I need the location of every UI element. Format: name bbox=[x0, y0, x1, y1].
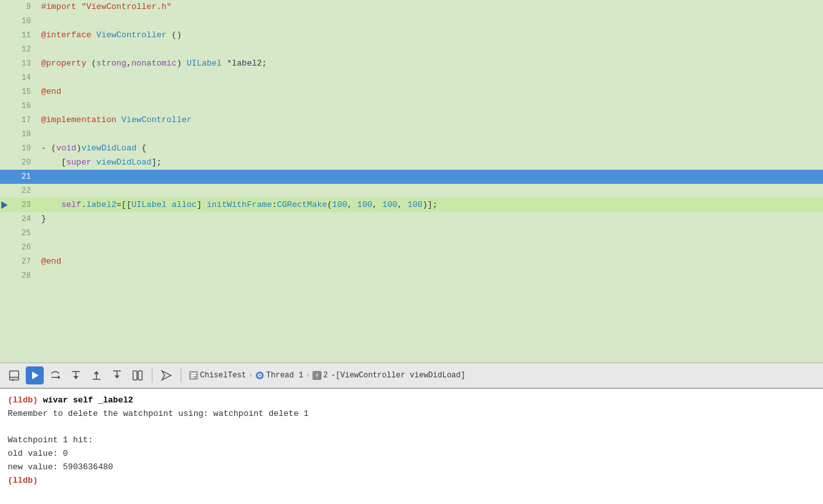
debug-toolbar: ChiselTest › Thread 1 › f 2 -[ViewContro… bbox=[0, 363, 823, 388]
code-line-24: 24 } bbox=[0, 212, 823, 226]
console-text-5: old value: 0 bbox=[8, 449, 68, 458]
code-line-23: 23 self.label2=[[UILabel alloc] initWith… bbox=[0, 198, 823, 212]
console-line-4: Watchpoint 1 hit: bbox=[8, 434, 815, 447]
continue-button[interactable] bbox=[26, 366, 44, 384]
line-number-13: 13 bbox=[10, 57, 36, 71]
code-line-10: 10 bbox=[0, 14, 823, 28]
line-number-11: 11 bbox=[10, 28, 36, 42]
line-number-22: 22 bbox=[10, 184, 36, 198]
svg-rect-15 bbox=[133, 371, 137, 380]
step-over-button[interactable] bbox=[46, 366, 64, 384]
toolbar-separator-1 bbox=[152, 368, 152, 382]
line-content-17: @implementation ViewController bbox=[36, 113, 823, 127]
breadcrumb-frame: f 2 -[ViewController viewDidLoad] bbox=[312, 371, 466, 380]
line-content-9: #import "ViewController.h" bbox=[36, 0, 823, 14]
line-number-15: 15 bbox=[10, 85, 36, 99]
svg-point-24 bbox=[259, 375, 261, 377]
line-number-18: 18 bbox=[10, 127, 36, 141]
breadcrumb-chevron-1: › bbox=[249, 372, 253, 379]
code-line-19: 19 - (void)viewDidLoad { bbox=[0, 141, 823, 156]
console-line-6: new value: 5903636480 bbox=[8, 461, 815, 474]
line-content-27: @end bbox=[36, 255, 823, 269]
line-content-24: } bbox=[36, 212, 823, 226]
line-number-20: 20 bbox=[10, 156, 36, 170]
console-area: (lldb) wivar self _label2 Remember to de… bbox=[0, 388, 823, 504]
line-content-20: [super viewDidLoad]; bbox=[36, 156, 823, 170]
view-frames-icon bbox=[132, 370, 143, 381]
breadcrumb-frame-num: 2 bbox=[323, 371, 328, 380]
line-number-28: 28 bbox=[10, 269, 36, 283]
hide-debug-area-button[interactable] bbox=[5, 366, 23, 384]
svg-rect-19 bbox=[191, 373, 196, 374]
breadcrumb: ChiselTest › Thread 1 › f 2 -[ViewContro… bbox=[189, 371, 466, 380]
line-number-27: 27 bbox=[10, 255, 36, 269]
toolbar-separator-2 bbox=[181, 368, 181, 382]
breadcrumb-frame-label: -[ViewController viewDidLoad] bbox=[331, 371, 466, 380]
step-into-icon bbox=[70, 370, 82, 381]
line-content-15: @end bbox=[36, 85, 823, 99]
code-line-11: 11 @interface ViewController () bbox=[0, 28, 823, 42]
breadcrumb-app-name: ChiselTest bbox=[200, 371, 246, 380]
line-number-10: 10 bbox=[10, 14, 36, 28]
breadcrumb-thread-name: Thread 1 bbox=[266, 371, 303, 380]
svg-marker-17 bbox=[162, 371, 171, 380]
thread-icon bbox=[255, 371, 264, 380]
line-number-25: 25 bbox=[10, 226, 36, 240]
line-number-26: 26 bbox=[10, 240, 36, 255]
svg-marker-7 bbox=[73, 376, 78, 379]
step-out-up-icon bbox=[111, 370, 123, 381]
line-number-17: 17 bbox=[10, 113, 36, 127]
step-out-icon bbox=[91, 370, 102, 381]
code-line-27: 27 @end bbox=[0, 255, 823, 269]
step-out-up-button[interactable] bbox=[108, 366, 126, 384]
code-line-18: 18 bbox=[0, 127, 823, 141]
frame-icon: f bbox=[312, 371, 321, 380]
code-line-12: 12 bbox=[0, 42, 823, 57]
code-line-14: 14 bbox=[0, 71, 823, 85]
code-line-15: 15 @end bbox=[0, 85, 823, 99]
line-number-12: 12 bbox=[10, 42, 36, 57]
line-number-24: 24 bbox=[10, 212, 36, 226]
breadcrumb-chevron-2: › bbox=[306, 372, 310, 379]
line-number-16: 16 bbox=[10, 99, 36, 113]
line-number-9: 9 bbox=[10, 0, 36, 14]
line-content-19: - (void)viewDidLoad { bbox=[36, 141, 823, 156]
code-line-9: 9 #import "ViewController.h" bbox=[0, 0, 823, 14]
code-line-13: 13 @property (strong,nonatomic) UILabel … bbox=[0, 57, 823, 71]
line-number-14: 14 bbox=[10, 71, 36, 85]
line-number-23: 23 bbox=[10, 198, 36, 212]
code-line-26: 26 bbox=[0, 240, 823, 255]
console-command-1: wivar self _label2 bbox=[43, 395, 133, 405]
code-editor: 9 #import "ViewController.h" 10 11 @inte… bbox=[0, 0, 823, 363]
console-text-2: Remember to delete the watchpoint using:… bbox=[8, 409, 309, 419]
console-prompt-1: (lldb) bbox=[8, 395, 38, 405]
line-number-21: 21 bbox=[10, 170, 36, 184]
line-content-23: self.label2=[[UILabel alloc] initWithFra… bbox=[36, 198, 823, 212]
code-line-20: 20 [super viewDidLoad]; bbox=[0, 156, 823, 170]
code-line-17: 17 @implementation ViewController bbox=[0, 113, 823, 127]
console-line-5: old value: 0 bbox=[8, 447, 815, 461]
console-line-7: (lldb) bbox=[8, 474, 815, 488]
code-line-28: 28 bbox=[0, 269, 823, 283]
code-lines: 9 #import "ViewController.h" 10 11 @inte… bbox=[0, 0, 823, 283]
step-out-button[interactable] bbox=[87, 366, 105, 384]
code-line-16: 16 bbox=[0, 99, 823, 113]
svg-rect-21 bbox=[191, 377, 194, 378]
app-icon bbox=[189, 371, 198, 380]
view-frames-button[interactable] bbox=[129, 366, 147, 384]
line-content-13: @property (strong,nonatomic) UILabel *la… bbox=[36, 57, 823, 71]
execution-arrow bbox=[1, 201, 8, 209]
location-button[interactable] bbox=[158, 366, 176, 384]
breadcrumb-app: ChiselTest bbox=[189, 371, 246, 380]
line-content-11: @interface ViewController () bbox=[36, 28, 823, 42]
svg-marker-5 bbox=[58, 375, 60, 379]
step-over-icon bbox=[50, 370, 61, 381]
hide-debug-icon bbox=[8, 370, 20, 381]
console-text-4: Watchpoint 1 hit: bbox=[8, 435, 93, 445]
breadcrumb-thread: Thread 1 bbox=[255, 371, 303, 380]
location-icon bbox=[161, 370, 172, 381]
svg-rect-20 bbox=[191, 375, 196, 376]
console-line-2: Remember to delete the watchpoint using:… bbox=[8, 408, 815, 421]
step-into-button[interactable] bbox=[67, 366, 85, 384]
code-line-25: 25 bbox=[0, 226, 823, 240]
